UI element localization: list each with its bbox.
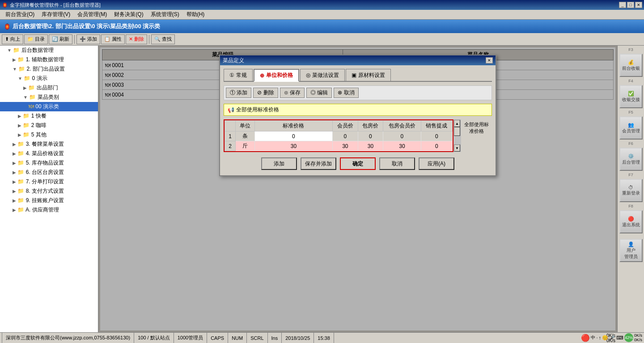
menu-caiwu[interactable]: 财务决策(Q) (110, 10, 147, 19)
tree-item-2[interactable]: ▼ 📁 2. 部门出品设置 (0, 64, 98, 74)
close-button[interactable]: ✕ (635, 2, 642, 8)
dlg-save-button[interactable]: ⊙ 保存 (280, 88, 305, 98)
tree-item-6table[interactable]: ▶ 📁 6. 台区台房设置 (0, 168, 98, 177)
col-room: 包房价 (358, 121, 383, 131)
dish-dialog: 菜品定义 ✕ ① 常规 ⊕ 单位和价格 (219, 55, 496, 176)
main-header: 🏮 后台数据管理\2. 部门出品设置\0 演示\菜品类别\00 演示类 (0, 20, 644, 33)
ime-percent: 42% (624, 333, 633, 342)
tree-item-5other[interactable]: ▶ 📁 5 其他 (0, 130, 98, 140)
tree-item-1[interactable]: ▶ 📁 1. 辅助数据管理 (0, 55, 98, 64)
scroll-down-btn[interactable]: ▼ (454, 144, 460, 152)
dlg-cancel-button[interactable]: ⊗ 取消 (334, 88, 358, 98)
f3-button[interactable]: 💰 前台收银 (619, 54, 643, 77)
tree-item-2coffee[interactable]: ▶ 📁 2 咖啡 (0, 121, 98, 130)
col-unit: 单位 (236, 121, 255, 131)
f8-icon: 🔴 (628, 216, 634, 222)
f8-button[interactable]: 🔴 退出系统 (619, 210, 643, 233)
ime-keyboard: ⌨ (616, 335, 623, 341)
tab-regular[interactable]: ① 常规 (224, 69, 253, 81)
dialog-close-button[interactable]: ✕ (486, 57, 493, 64)
title-icon: 🏮 (2, 2, 8, 8)
menu-bangzhu[interactable]: 帮助(H) (183, 10, 208, 19)
user-button[interactable]: 👤 用户管理员 (619, 239, 643, 262)
menu-bar: 前台营业(O) 库存管理(V) 会员管理(M) 财务决策(Q) 系统管理(S) … (0, 10, 644, 20)
tree-item-4price[interactable]: ▶ 📁 4. 菜品价格设置 (0, 149, 98, 158)
price-row-2[interactable]: 2 斤 30 30 30 30 0 (225, 141, 453, 151)
toolbar-up[interactable]: ⬆ 向上 (2, 34, 23, 44)
price-std-1[interactable] (254, 131, 332, 141)
dialog-title-controls: ✕ (486, 57, 493, 64)
user-text: 用户管理员 (624, 247, 638, 260)
status-num: NUM (228, 333, 247, 343)
menu-qiantai[interactable]: 前台营业(O) (2, 10, 38, 19)
tab-material[interactable]: ▣ 原材料设置 (346, 69, 391, 81)
menu-kucun[interactable]: 库存管理(V) (38, 10, 74, 19)
f3-label: F3 (628, 47, 633, 52)
info-icon: 📢 (228, 107, 234, 113)
price-unit-1: 条 (236, 131, 255, 141)
info-text: 全部使用标准价格 (236, 106, 279, 114)
tree-item-dept[interactable]: ▶ 📁 出品部门 (0, 83, 98, 93)
price-table: 单位 标准价格 会员价 包房价 包房会员价 销售提成 (225, 120, 453, 151)
menu-huiyuan[interactable]: 会员管理(M) (74, 10, 110, 19)
dlg-edit-button[interactable]: ◎ 编辑 (306, 88, 332, 98)
tree-item-asupplier[interactable]: ▶ 📁 A. 供应商管理 (0, 205, 98, 215)
toolbar-refresh[interactable]: 🔄 刷新 (49, 34, 72, 44)
price-row-1[interactable]: 1 条 0 0 0 0 (225, 131, 453, 141)
status-time: 15:38 (314, 333, 334, 343)
tab-unit-price[interactable]: ⊕ 单位和价格 (254, 69, 299, 82)
dlg-bottom-save-add[interactable]: 保存并添加 (301, 157, 336, 170)
tree-item-cat[interactable]: ▼ 📁 菜品类别 (0, 93, 98, 102)
dlg-bottom-apply[interactable]: 应用(A) (419, 157, 454, 170)
info-message: 📢 全部使用标准价格 (224, 104, 492, 116)
scroll-up-btn[interactable]: ▲ (454, 120, 460, 127)
toolbar-add[interactable]: ➕ 添加 (76, 34, 100, 44)
f4-label: F4 (628, 79, 633, 83)
dlg-add-button[interactable]: ① 添加 (226, 88, 251, 98)
dlg-delete-button[interactable]: ⊘ 删除 (253, 88, 278, 98)
col-commission: 销售提成 (421, 121, 452, 131)
tab-method[interactable]: ◎ 菜做法设置 (300, 69, 345, 81)
tab-material-label: 原材料设置 (358, 72, 385, 79)
tree-item-3menu[interactable]: ▶ 📁 3. 餐牌菜单设置 (0, 140, 98, 149)
dlg-bottom-cancel[interactable]: 取消 (379, 157, 415, 170)
col-room-member: 包房会员价 (383, 121, 421, 131)
toolbar-delete[interactable]: ✕ 删除 (126, 34, 147, 44)
toolbar-dir[interactable]: 📁 目录 (24, 34, 48, 44)
tree-item-8pay[interactable]: ▶ 📁 8. 支付方式设置 (0, 186, 98, 196)
speed-display: 0K/s 0K/s (634, 333, 642, 342)
status-company: 深圳市三度软件有限公司(www.jzzp.com,0755-83656130) (2, 333, 134, 343)
scroll-thumb[interactable] (454, 127, 460, 136)
user-text: 1000管理员 (178, 335, 203, 341)
f6-button[interactable]: ⚙️ 后台管理 (619, 148, 643, 171)
tree-item-root[interactable]: ▼ 📁 后台数据管理 (0, 46, 98, 55)
scrl-text: SCRL (250, 335, 263, 341)
maximize-button[interactable]: □ (627, 2, 634, 8)
tab-unit-icon: ⊕ (260, 72, 264, 79)
tree-item-9acct[interactable]: ▶ 📁 9. 挂账账户设置 (0, 196, 98, 205)
tree-item-1fast[interactable]: ▶ 📁 1 快餐 (0, 111, 98, 121)
minimize-button[interactable]: _ (619, 2, 626, 8)
f7-button[interactable]: ⏱ 重新登录 (619, 179, 643, 202)
f4-button[interactable]: ✅ 收银交接 (619, 85, 643, 108)
tree-item-7print[interactable]: ▶ 📁 7. 分单打印设置 (0, 177, 98, 186)
tree-item-5stock[interactable]: ▶ 📁 5. 库存物品设置 (0, 158, 98, 168)
menu-xitong[interactable]: 系统管理(S) (147, 10, 183, 19)
dlg-bottom-ok[interactable]: 确定 (340, 157, 376, 170)
tab-unit-label: 单位和价格 (266, 72, 293, 79)
window-title: 金字招牌餐饮管理软件 - [后台数据管理器] (10, 2, 101, 8)
title-bar: 🏮 金字招牌餐饮管理软件 - [后台数据管理器] _ □ ✕ (0, 0, 644, 10)
price-room-member-2: 30 (383, 141, 421, 151)
dialog-toolbar: ① 添加 ⊘ 删除 ⊙ 保存 ◎ 编辑 ⊗ 取消 (224, 85, 492, 100)
status-bar: 深圳市三度软件有限公司(www.jzzp.com,0755-83656130) … (0, 332, 644, 343)
f6-text: 后台管理 (622, 159, 640, 165)
price-std-input-1[interactable] (255, 133, 332, 140)
tree-item-00[interactable]: 🍽 00 演示类 (0, 102, 98, 111)
f5-icon: 👥 (628, 122, 634, 128)
tree-item-demo[interactable]: ▼ 📁 0 演示 (0, 74, 98, 83)
f5-button[interactable]: 👥 会员管理 (619, 116, 643, 140)
dlg-bottom-add[interactable]: 添加 (261, 157, 297, 170)
price-member-1: 0 (333, 131, 358, 141)
toolbar-find[interactable]: 🔍 查找 (151, 34, 175, 44)
toolbar-props[interactable]: 📋 属性 (101, 34, 125, 44)
